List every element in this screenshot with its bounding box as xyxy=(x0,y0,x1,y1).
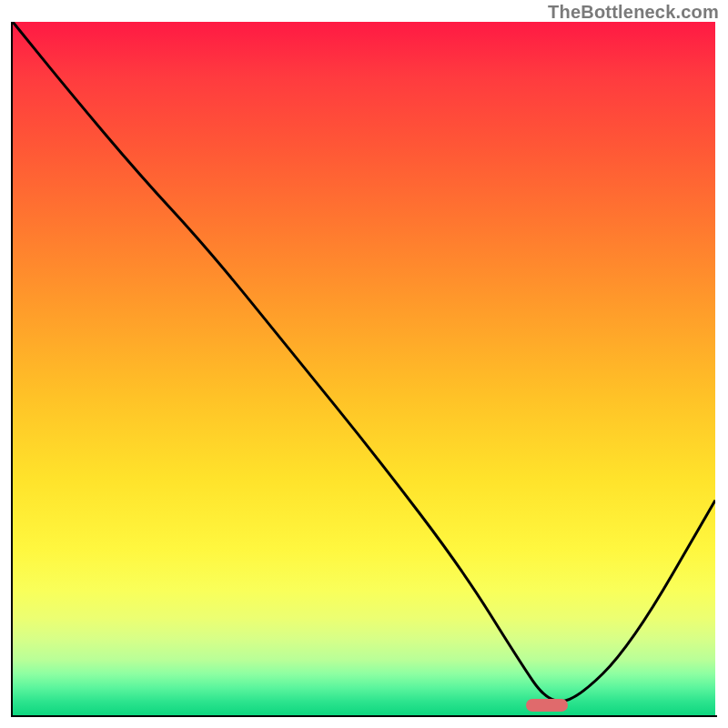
chart-curve-layer xyxy=(13,22,715,715)
y-axis xyxy=(11,22,13,717)
bottleneck-curve-path xyxy=(13,22,715,702)
watermark-label: TheBottleneck.com xyxy=(548,2,719,23)
bottleneck-chart: TheBottleneck.com xyxy=(0,0,728,728)
optimal-range-marker xyxy=(526,699,568,712)
x-axis xyxy=(11,715,717,717)
